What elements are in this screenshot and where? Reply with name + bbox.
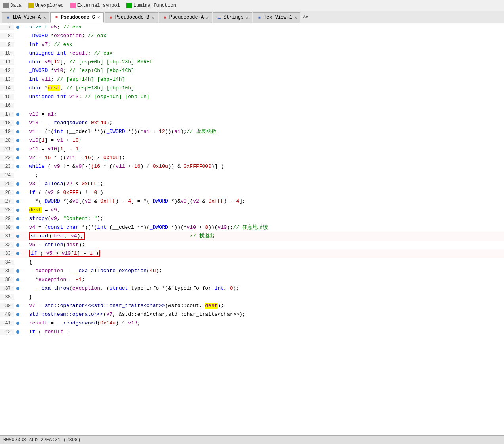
dot-area-25 <box>14 182 21 186</box>
num-1-20: 1 <box>42 137 45 143</box>
code-line-9[interactable]: 9 int v7; // eax <box>0 40 504 49</box>
tab-pseudo-c-close[interactable]: ✕ <box>97 15 100 20</box>
line-number-14: 14 <box>0 85 14 91</box>
code-line-24[interactable]: 24 ; <box>0 171 504 180</box>
var-v2-26: v2 <box>48 190 54 195</box>
code-line-8[interactable]: 8 _DWORD *exception; // eax <box>0 32 504 40</box>
code-line-32[interactable]: 32 v5 = strlen(dest); <box>0 241 504 249</box>
code-line-39[interactable]: 39 v7 = std::operator<<<std::char_traits… <box>0 302 504 310</box>
line-number-33: 33 <box>0 251 14 256</box>
var-v11-22: v11 <box>66 155 75 161</box>
code-line-12[interactable]: 12 _DWORD *v10; // [esp+Ch] [ebp-1Ch] <box>0 66 504 75</box>
code-content-16 <box>21 101 504 110</box>
code-line-14[interactable]: 14 char *dest; // [esp+18h] [ebp-10h] <box>0 84 504 93</box>
dot-area-40 <box>14 313 21 316</box>
code-line-33[interactable]: 33 if ( v5 > v10[1] - 1 ) <box>0 249 504 258</box>
code-line-19[interactable]: 19 v1 = (*(int (__cdecl **)(_DWORD *))(*… <box>0 127 504 136</box>
tab-pseudo-b-close[interactable]: ✕ <box>152 15 154 20</box>
num-4u-35: 4u <box>150 268 156 274</box>
tab-pseudo-a-close[interactable]: ✕ <box>206 15 209 20</box>
code-content-22: v2 = 16 * ((v11 + 16) / 0x10u); <box>21 154 504 162</box>
code-line-11[interactable]: 11 char v9[12]; // [esp+0h] [ebp-28h] BY… <box>0 58 504 66</box>
code-line-22[interactable]: 22 v2 = 16 * ((v11 + 16) / 0x10u); <box>0 154 504 162</box>
var-v10-30: v10 <box>187 224 196 230</box>
line-number-39: 39 <box>0 303 14 309</box>
kw-unsigned-1: unsigned <box>29 50 54 56</box>
code-line-10[interactable]: 10 unsigned int result; // eax <box>0 49 504 58</box>
dot-35 <box>16 269 19 273</box>
fn-strlen: strlen <box>45 242 63 248</box>
num-1-21: 1 <box>60 146 63 152</box>
code-line-29[interactable]: 29 strcpy(v9, "Content: "); <box>0 214 504 223</box>
kw-int-2: int <box>57 50 66 56</box>
var-dest-28: dest <box>29 207 42 213</box>
code-line-17[interactable]: 17 v10 = a1; <box>0 110 504 119</box>
var-v10-21: v10 <box>48 146 57 152</box>
dot-40 <box>16 313 19 316</box>
code-line-13[interactable]: 13 int v11; // [esp+14h] [ebp-14h] <box>0 75 504 84</box>
dot-area-17 <box>14 113 21 116</box>
num-1b-33: 1 <box>89 250 93 256</box>
tab-strings-close[interactable]: ✕ <box>246 15 249 20</box>
code-line-21[interactable]: 21 v11 = v10[1] - 1; <box>0 145 504 154</box>
tab-hex-close[interactable]: ✕ <box>295 15 297 20</box>
code-line-30[interactable]: 30 v4 = (const char *)(*(int (__cdecl **… <box>0 223 504 232</box>
line-number-30: 30 <box>0 225 14 230</box>
tab-strings[interactable]: ☰ Strings ✕ <box>213 12 252 23</box>
line-number-13: 13 <box>0 77 14 82</box>
code-line-42[interactable]: 42 if ( result ) <box>0 328 504 336</box>
code-line-18[interactable]: 18 v13 = __readgsdword(0x14u); <box>0 119 504 127</box>
line-number-23: 23 <box>0 164 14 169</box>
tab-hex-label: Hex View-1 <box>264 15 292 20</box>
code-line-15[interactable]: 15 unsigned int v13; // [esp+1Ch] [ebp-C… <box>0 93 504 101</box>
code-line-7[interactable]: 7 size_t v5; // eax <box>0 23 504 32</box>
num-0x10u-22: 0x10u <box>103 155 119 161</box>
code-content-29: strcpy(v9, "Content: "); <box>21 214 504 223</box>
line-number-16: 16 <box>0 103 14 108</box>
tab-pseudocode-b[interactable]: ■ Pseudocode-B ✕ <box>105 12 158 23</box>
line-number-18: 18 <box>0 120 14 126</box>
dot-area-32 <box>14 243 21 247</box>
dot-36 <box>16 278 19 281</box>
code-line-35[interactable]: 35 exception = __cxa_allocate_exception(… <box>0 267 504 275</box>
tab-pseudocode-c[interactable]: ■ Pseudocode-C ✕ <box>50 12 104 23</box>
comment-13: // [esp+14h] [ebp-14h] <box>57 76 125 82</box>
code-line-41[interactable]: 41 result = __readgsdword(0x14u) ^ v13; <box>0 319 504 328</box>
var-v11-21: v11 <box>29 146 38 152</box>
code-line-37[interactable]: 37 __cxa_throw(exception, (struct type_i… <box>0 284 504 293</box>
code-line-28[interactable]: 28 dest = v9; <box>0 206 504 214</box>
num-8-30: 8 <box>205 224 208 230</box>
var-dest-14: dest <box>48 85 60 91</box>
tab-ida-view-a[interactable]: ■ IDA View-A ✕ <box>2 12 49 23</box>
tab-ida-close[interactable]: ✕ <box>43 15 46 20</box>
code-line-27[interactable]: 27 *(_DWORD *)&v9[(v2 & 0xFFF) - 4] = *(… <box>0 197 504 206</box>
code-line-20[interactable]: 20 v10[1] = v1 + 10; <box>0 136 504 145</box>
code-content-42: if ( result ) <box>21 328 504 336</box>
code-line-36[interactable]: 36 *exception = -1; <box>0 275 504 284</box>
dot-33 <box>16 252 19 255</box>
tab-hex-view-1[interactable]: ■ Hex View-1 ✕ <box>253 12 301 23</box>
code-line-23[interactable]: 23 while ( v9 != &v9[-((16 * ((v11 + 16)… <box>0 162 504 171</box>
hex-icon: ■ <box>257 15 262 20</box>
code-line-25[interactable]: 25 v3 = alloca(v2 & 0xFFF); <box>0 180 504 188</box>
code-line-34[interactable]: 34 { <box>0 258 504 267</box>
num-0x14u-41: 0x14u <box>100 320 116 326</box>
dot-22 <box>16 156 19 159</box>
line-number-10: 10 <box>0 51 14 56</box>
code-line-31[interactable]: 31 strcat(dest, v4); // 栈溢出 <box>0 232 504 241</box>
var-v9b-27: v9 <box>181 198 187 204</box>
code-content-8: _DWORD *exception; // eax <box>21 32 504 40</box>
var-v4-31: v4 <box>71 233 77 239</box>
dot-21 <box>16 148 19 151</box>
kw-if-33: if <box>31 250 37 256</box>
line-number-42: 42 <box>0 329 14 335</box>
num-1-33: 1 <box>74 250 77 256</box>
code-line-40[interactable]: 40 std::ostream::operator<<(v7, &std::en… <box>0 310 504 319</box>
code-line-26[interactable]: 26 if ( (v2 & 0xFFF) != 0 ) <box>0 188 504 197</box>
var-v5-32: v5 <box>29 242 36 248</box>
dot-area-23 <box>14 165 21 168</box>
tab-pseudocode-a[interactable]: ■ Pseudocode-A ✕ <box>159 12 212 23</box>
dot-26 <box>16 191 19 194</box>
code-line-38[interactable]: 38 } <box>0 293 504 302</box>
legend-external: External symbol <box>70 3 120 8</box>
